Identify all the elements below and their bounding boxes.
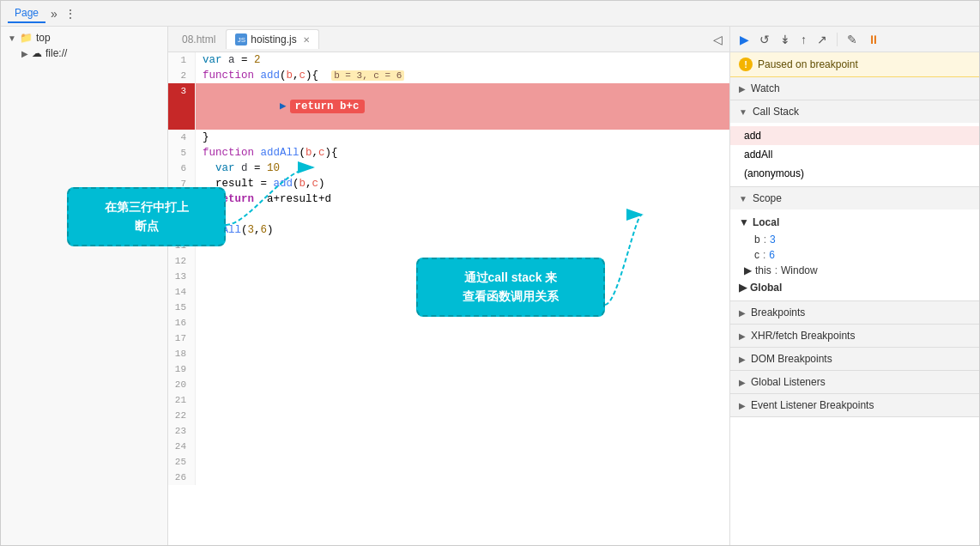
navigate-icon[interactable]: ◁ (711, 31, 724, 48)
code-line-9: 9 } (168, 207, 729, 222)
sidebar-item-top[interactable]: ▼ 📁 top (1, 30, 167, 46)
dom-arrow: ▶ (739, 355, 746, 364)
js-file-icon: JS (235, 33, 247, 46)
menu-icon[interactable]: ⋮ (63, 5, 78, 22)
global-scope-header[interactable]: ▶ Global (730, 278, 979, 297)
scope-var-b: b : 3 (730, 232, 979, 247)
line-num-16: 16 (168, 315, 196, 331)
callstack-label-addall: addAll (744, 149, 772, 161)
local-arrow: ▼ (739, 216, 749, 228)
scope-key-this: this (755, 264, 771, 276)
code-line-26: 26 (168, 470, 729, 485)
call-stack-label: Call Stack (753, 106, 799, 118)
debug-edit-btn[interactable]: ✎ (844, 31, 860, 48)
line-num-17: 17 (168, 331, 196, 346)
line-content-2: function add(b,c){ b = 3, c = 6 (196, 68, 729, 83)
code-line-2: 2 function add(b,c){ b = 3, c = 6 (168, 68, 729, 83)
scope-colon-b: : (764, 234, 766, 246)
section-xhr: ▶ XHR/fetch Breakpoints (730, 325, 979, 348)
line-content-5: function addAll(b,c){ (196, 145, 729, 161)
debug-step-btn[interactable]: ↗ (814, 31, 830, 48)
line-content-7: result = add(b,c) (196, 176, 729, 191)
local-scope-header[interactable]: ▼ Local (730, 213, 979, 232)
line-num-4: 4 (168, 130, 196, 145)
scope-key-c: c (754, 249, 759, 261)
code-line-17: 17 (168, 331, 729, 346)
debug-stepout-btn[interactable]: ↑ (798, 31, 809, 48)
debug-sep-1 (837, 33, 838, 46)
line-content-3: ▶return b+c (196, 83, 729, 130)
breakpoint-banner: ! Paused on breakpoint (730, 52, 979, 77)
event-listeners-arrow: ▶ (739, 401, 746, 410)
scope-var-c: c : 6 (730, 247, 979, 263)
dom-header[interactable]: ▶ DOM Breakpoints (730, 348, 979, 370)
editor-tab-bar: 08.html JS hoisting.js ✕ ◁ (168, 27, 729, 52)
scope-colon-c: : (763, 249, 765, 261)
annotation-left: 在第三行中打上断点 (67, 187, 226, 246)
tab-close-icon[interactable]: ✕ (303, 35, 310, 45)
line-num-21: 21 (168, 392, 196, 408)
tab-08html[interactable]: 08.html (173, 30, 224, 49)
callstack-item-addall[interactable]: addAll (730, 145, 979, 164)
breakpoint-banner-text: Paused on breakpoint (758, 58, 858, 70)
call-stack-content: add addAll (anonymous) (730, 123, 979, 186)
expand-icon[interactable]: » (49, 5, 59, 22)
scope-header[interactable]: ▼ Scope (730, 187, 979, 209)
line-content-1: var a = 2 (196, 52, 729, 68)
line-num-19: 19 (168, 361, 196, 377)
event-listeners-label: Event Listener Breakpoints (751, 399, 874, 411)
scope-label: Scope (753, 192, 782, 204)
code-line-1: 1 var a = 2 (168, 52, 729, 68)
section-global-listeners: ▶ Global Listeners (730, 371, 979, 394)
code-line-25: 25 (168, 454, 729, 470)
line-num-20: 20 (168, 377, 196, 392)
xhr-label: XHR/fetch Breakpoints (751, 330, 855, 342)
watch-header[interactable]: ▶ Watch (730, 77, 979, 100)
global-listeners-header[interactable]: ▶ Global Listeners (730, 371, 979, 393)
line-content-4: } (196, 130, 729, 145)
event-listeners-header[interactable]: ▶ Event Listener Breakpoints (730, 394, 979, 416)
line-content-8: return a+result+d (196, 191, 729, 207)
code-line-21: 21 (168, 392, 729, 408)
section-breakpoints: ▶ Breakpoints (730, 301, 979, 325)
tree-label-top: top (36, 32, 51, 44)
folder-icon: 📁 (20, 32, 33, 44)
tab-label-08html: 08.html (182, 33, 215, 46)
code-line-3: 3 ▶return b+c (168, 83, 729, 130)
cloud-icon: ☁ (32, 47, 42, 59)
scope-this-item[interactable]: ▶ this : Window (730, 263, 979, 278)
sidebar: ▼ 📁 top ▶ ☁ file:// (1, 27, 168, 545)
scope-key-b: b (754, 234, 760, 246)
callstack-label-anonymous: (anonymous) (744, 167, 804, 179)
line-num-15: 15 (168, 300, 196, 315)
call-stack-header[interactable]: ▼ Call Stack (730, 100, 979, 123)
tab-hoistingjs[interactable]: JS hoisting.js ✕ (226, 29, 318, 49)
code-line-10: 10 addAll(3,6) (168, 222, 729, 238)
scope-val-c: 6 (769, 249, 775, 261)
xhr-header[interactable]: ▶ XHR/fetch Breakpoints (730, 325, 979, 347)
debug-pause-btn[interactable]: ⏸ (865, 31, 882, 48)
scope-content: ▼ Local b : 3 c : 6 (730, 209, 979, 300)
debug-stepinto-btn[interactable]: ↡ (777, 31, 793, 48)
tree-arrow-top: ▼ (8, 33, 16, 43)
tab-label-hoistingjs: hoisting.js (251, 33, 296, 46)
debug-resume-btn[interactable]: ▶ (737, 31, 752, 48)
breakpoints-header[interactable]: ▶ Breakpoints (730, 301, 979, 324)
line-num-26: 26 (168, 470, 196, 485)
top-toolbar: Page » ⋮ (1, 1, 979, 27)
sidebar-item-file[interactable]: ▶ ☁ file:// (1, 46, 167, 61)
line-num-12: 12 (168, 253, 196, 269)
dom-label: DOM Breakpoints (751, 353, 832, 365)
tab-page[interactable]: Page (8, 4, 45, 23)
tree-arrow-file: ▶ (21, 49, 28, 58)
line-num-3: 3 (168, 83, 196, 130)
code-line-16: 16 (168, 315, 729, 331)
code-line-5: 5 function addAll(b,c){ (168, 145, 729, 161)
callstack-item-anonymous[interactable]: (anonymous) (730, 164, 979, 183)
callstack-label-add: add (744, 130, 761, 142)
code-line-18: 18 (168, 346, 729, 361)
callstack-item-add[interactable]: add (730, 126, 979, 145)
right-panel: ▶ ↺ ↡ ↑ ↗ ✎ ⏸ ! Paused on breakpoint ▶ W… (730, 27, 979, 545)
debug-stepover-btn[interactable]: ↺ (757, 31, 772, 48)
line-num-14: 14 (168, 284, 196, 300)
